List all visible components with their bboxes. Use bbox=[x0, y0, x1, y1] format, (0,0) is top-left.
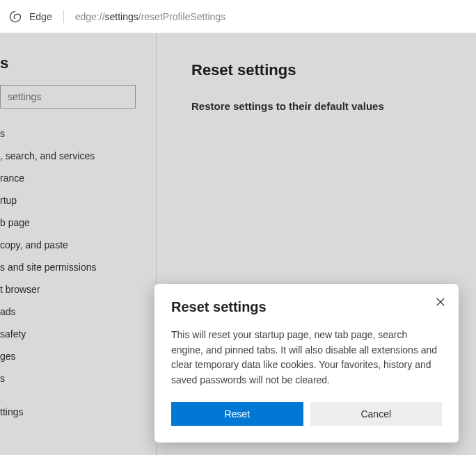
url-prefix: edge:// bbox=[75, 11, 105, 22]
url-suffix: /resetProfileSettings bbox=[138, 11, 225, 22]
divider bbox=[63, 10, 64, 23]
edge-icon bbox=[8, 10, 22, 24]
cancel-button[interactable]: Cancel bbox=[310, 402, 443, 426]
reset-button[interactable]: Reset bbox=[171, 402, 303, 426]
close-button[interactable] bbox=[432, 294, 449, 310]
app-label: Edge bbox=[29, 11, 52, 22]
close-icon bbox=[436, 297, 445, 307]
dialog-title: Reset settings bbox=[171, 299, 442, 315]
url-display[interactable]: edge://settings/resetProfileSettings bbox=[75, 11, 225, 22]
reset-dialog: Reset settings This will reset your star… bbox=[154, 284, 459, 442]
dialog-body: This will reset your startup page, new t… bbox=[171, 328, 442, 388]
address-bar: Edge edge://settings/resetProfileSetting… bbox=[0, 0, 476, 33]
url-highlight: settings bbox=[105, 11, 138, 22]
dialog-buttons: Reset Cancel bbox=[171, 402, 442, 426]
